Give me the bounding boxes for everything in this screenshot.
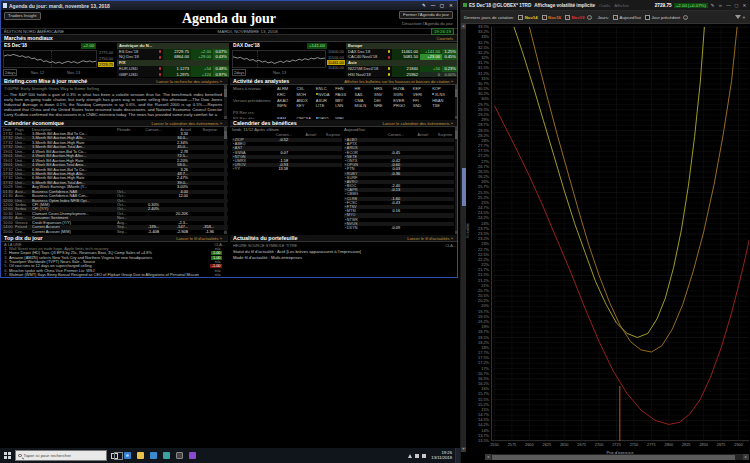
ticker[interactable]: LNN (335, 103, 354, 108)
tray-volume-icon[interactable] (422, 454, 426, 458)
eco-row[interactable]: 10:00Cze...Current Account (M/M)Sep...-1… (1, 230, 228, 234)
disable-agenda-link[interactable]: Désactiver l'Agenda du jour (402, 21, 453, 26)
menu-afficher[interactable]: Afficher (614, 3, 629, 8)
scroll-down-icon[interactable]: ▼ (461, 447, 466, 452)
ticker[interactable]: CMCSA (296, 116, 315, 119)
link-icon[interactable]: ∞ (717, 3, 724, 8)
expiry-checkbox[interactable]: ✓ (518, 15, 523, 20)
market-row[interactable]: HSI Nov0'182596200.00% (346, 72, 458, 78)
topten-link[interactable]: Lancer le fil d'actualités » (176, 235, 222, 242)
menu-outils[interactable]: Outils (599, 3, 610, 8)
ticker[interactable]: INFN (277, 103, 296, 108)
ticker[interactable]: PAGS (335, 92, 354, 97)
eco-calendar-link[interactable]: Lancer le calendrier des événements » (151, 120, 222, 127)
analysts-link[interactable]: Afficher les bulletins sur les hausses e… (344, 78, 453, 85)
taskbar-app-store[interactable] (148, 450, 159, 461)
earnings-link[interactable]: Lancer le calendrier des événements » (382, 120, 453, 127)
taskbar-app-mail[interactable] (161, 450, 172, 461)
info-icon[interactable]: i (587, 15, 592, 20)
day-checkbox[interactable] (645, 15, 650, 20)
scroll-left-icon[interactable]: ◄ (485, 454, 491, 460)
ticker[interactable]: MOH (296, 92, 315, 97)
vol-titlebar[interactable]: ES Dec'18 @GLOBEX* 1TRD Affichage volati… (461, 0, 750, 11)
scrollbar[interactable] (455, 127, 459, 234)
taskbar-app-edge[interactable]: e (122, 450, 133, 461)
scroll-right-icon[interactable]: ► (743, 454, 749, 460)
taskbar-app-terminal[interactable] (174, 450, 185, 461)
task-view-button[interactable] (109, 450, 120, 461)
taskbar: Taper ici pour rechercher e 19:26 13/11/… (0, 448, 460, 463)
market-row[interactable]: NQ Dec'186864.00+29.000.43% (117, 54, 229, 60)
maximize-button[interactable]: ▢ (733, 3, 740, 8)
ticker[interactable]: BAM (277, 116, 296, 119)
ticker[interactable]: NVDA (316, 92, 335, 97)
expiry-checkbox[interactable]: ✓ (542, 15, 547, 20)
scrollbar-thumb[interactable] (492, 455, 735, 460)
expiry-checkbox[interactable]: ✓ (565, 15, 570, 20)
ticker[interactable]: SAIL (355, 92, 374, 97)
analyst-group-label: PX Rev crs: (230, 110, 277, 115)
ticker[interactable]: XLNX (432, 92, 451, 97)
edit-icon[interactable]: ✎ (709, 3, 716, 8)
ticker[interactable]: LITE (316, 103, 335, 108)
horizontal-scrollbar[interactable]: ◄ ► (485, 454, 749, 460)
notification-center-button[interactable] (455, 448, 460, 463)
y-tick-label: 25.7% (467, 185, 489, 189)
market-row[interactable]: GBP-USD1.2975+1240.97% (117, 72, 229, 78)
scrollbar[interactable] (455, 85, 459, 119)
portfolio-link[interactable]: Lancer le fil d'actualités » (407, 235, 453, 242)
tray-clock[interactable]: 19:26 13/11/2018 (431, 451, 452, 461)
y-tick-label: 15.7% (467, 392, 489, 396)
edit-icon[interactable]: ✎ (420, 2, 428, 9)
maximize-button[interactable]: ▢ (438, 2, 446, 9)
scrollbar[interactable] (224, 85, 228, 119)
es-mini-chart[interactable] (3, 50, 97, 68)
tray-network-icon[interactable] (415, 454, 419, 458)
earnings-row[interactable]: ▪DXYN-0.09 (344, 226, 454, 230)
close-button[interactable]: ✕ (741, 3, 748, 8)
briefing-link[interactable]: Lancer la recherche des analystes » (156, 78, 222, 85)
ticker[interactable]: PRGO (393, 103, 412, 108)
dax-mini-chart[interactable] (232, 50, 326, 68)
taskbar-search[interactable]: Taper ici pour rechercher (15, 450, 107, 461)
ticker[interactable]: DRIO (316, 116, 335, 119)
markets-link[interactable]: Courriels (437, 35, 453, 42)
ticker[interactable]: MGLN (355, 103, 374, 108)
chevron-down-icon[interactable]: ▾ (743, 15, 745, 20)
es-range-button[interactable]: 2days (3, 69, 17, 76)
ticker[interactable]: TSE (432, 103, 451, 108)
ticker[interactable]: SND (413, 103, 432, 108)
scroll-up-icon[interactable]: ▲ (461, 24, 466, 29)
agenda-titlebar[interactable]: Agenda du jour: mardi, novembre 13, 2018… (1, 1, 457, 10)
close-agenda-button[interactable]: Fermer l'Agenda du jour (399, 11, 453, 19)
dax-range-button[interactable]: 2days (232, 69, 246, 76)
close-button[interactable]: ✕ (447, 2, 455, 9)
scrollbar-thumb[interactable] (462, 168, 466, 206)
ticker[interactable]: WIFI (335, 116, 354, 119)
scrollbar[interactable] (224, 127, 228, 234)
vol-window-subtitle: Affichage volatilité implicite (534, 3, 595, 8)
ticker[interactable]: KRC (277, 92, 296, 97)
ticker[interactable]: VERI (413, 92, 432, 97)
ticker[interactable]: SWN (393, 92, 412, 97)
earnings-row[interactable]: ▪YY13.58 (232, 167, 342, 171)
vol-plot-area[interactable] (491, 27, 749, 441)
eco-cell: Current Account (M/M) (32, 230, 117, 234)
news-item[interactable]: 8.Exclusive: Dell taps banks to raise mo… (1, 277, 228, 278)
minimize-button[interactable]: — (725, 3, 732, 8)
taskbar-app-explorer[interactable] (135, 450, 146, 461)
info-icon[interactable]: i (683, 15, 688, 20)
taskbar-app-chart[interactable] (187, 450, 198, 461)
briefing-headline: 7:00PM: Early Strength Gives Way to Some… (4, 86, 228, 91)
ticker[interactable]: KEY (296, 103, 315, 108)
ticker[interactable]: SNV (374, 92, 393, 97)
day-checkbox[interactable]: ✓ (613, 15, 618, 20)
minimize-button[interactable]: — (429, 2, 437, 9)
ticker[interactable]: NRE (374, 103, 393, 108)
y-tick-label: 17.2% (467, 361, 489, 365)
tray-chevron-icon[interactable] (408, 454, 412, 458)
market-row[interactable]: CAC40 Nov0'185081.50+23.000.45% (346, 54, 458, 60)
filter-icon[interactable] (735, 15, 741, 19)
y-tick-label: 29.2% (467, 113, 489, 117)
start-button[interactable] (0, 448, 15, 463)
